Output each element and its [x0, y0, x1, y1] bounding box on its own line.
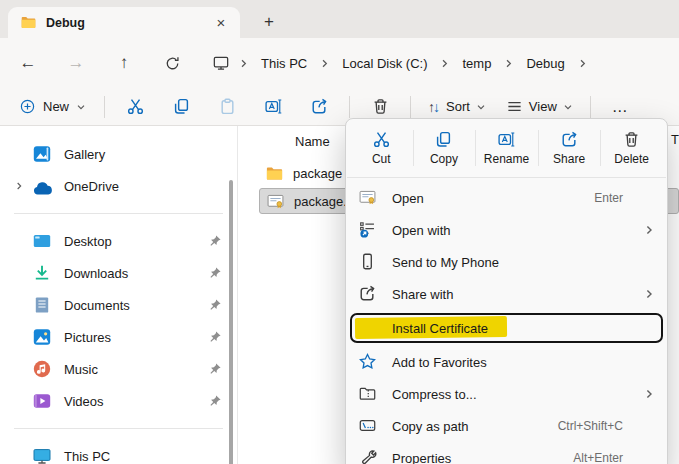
menu-item-install-certificate[interactable]: Install Certificate — [350, 313, 663, 343]
submenu-chevron-icon — [643, 388, 655, 400]
menu-cut-button[interactable]: Cut — [350, 123, 413, 173]
sidebar-separator — [14, 428, 223, 429]
tab-debug[interactable]: Debug × — [8, 7, 240, 38]
breadcrumb: This PC Local Disk (C:) temp Debug — [208, 51, 588, 76]
tab-title: Debug — [46, 16, 203, 30]
sidebar-item-gallery[interactable]: Gallery — [2, 138, 235, 170]
menu-item-open-with[interactable]: Open with — [346, 214, 667, 246]
sidebar-item-pictures[interactable]: Pictures — [2, 321, 235, 353]
share-icon — [560, 130, 579, 149]
rename-icon — [497, 130, 516, 149]
trash-icon — [622, 130, 641, 149]
menu-item-open[interactable]: Open Enter — [346, 182, 667, 214]
pin-icon — [208, 298, 223, 313]
menu-rename-button[interactable]: Rename — [475, 123, 538, 173]
new-button[interactable]: New — [8, 91, 97, 123]
shortcut-label: Enter — [594, 191, 623, 205]
sidebar-item-onedrive[interactable]: OneDrive — [2, 170, 235, 202]
sidebar-item-desktop[interactable]: Desktop — [2, 225, 235, 257]
title-bar: Debug × + — [0, 0, 679, 38]
pin-icon — [208, 362, 223, 377]
trash-icon — [371, 97, 390, 116]
copy-button[interactable] — [158, 91, 204, 123]
navigation-pane: Gallery OneDrive Desktop Downloads Docum… — [0, 126, 238, 464]
share-button[interactable] — [296, 91, 342, 123]
menu-item-send-to-phone[interactable]: Send to My Phone — [346, 246, 667, 278]
pin-icon — [208, 394, 223, 409]
quick-actions-row: Cut Copy Rename Share Delete — [346, 119, 667, 175]
breadcrumb-debug[interactable]: Debug — [518, 51, 572, 76]
copy-icon — [434, 130, 453, 149]
videos-icon — [32, 391, 52, 411]
refresh-button[interactable] — [148, 45, 196, 81]
chevron-right-icon — [439, 58, 450, 69]
folder-icon — [20, 14, 37, 31]
scissors-icon — [372, 130, 391, 149]
menu-item-share-with[interactable]: Share with — [346, 278, 667, 310]
folder-icon — [265, 164, 284, 183]
breadcrumb-temp[interactable]: temp — [454, 51, 499, 76]
column-header-name[interactable]: Name — [295, 134, 330, 149]
sidebar-item-videos[interactable]: Videos — [2, 385, 235, 417]
chevron-right-icon[interactable] — [8, 181, 30, 191]
sidebar-item-this-pc[interactable]: This PC — [2, 440, 235, 464]
onedrive-cloud-icon — [32, 176, 52, 196]
toolbar-divider — [410, 96, 411, 118]
breadcrumb-this-pc[interactable]: This PC — [253, 51, 315, 76]
menu-copy-button[interactable]: Copy — [413, 123, 476, 173]
menu-share-button[interactable]: Share — [538, 123, 601, 173]
copy-icon — [172, 97, 191, 116]
cut-button[interactable] — [112, 91, 158, 123]
submenu-chevron-icon — [643, 288, 655, 300]
tab-close-icon[interactable]: × — [212, 14, 230, 32]
documents-icon — [32, 295, 52, 315]
sidebar-item-music[interactable]: Music — [2, 353, 235, 385]
menu-item-properties[interactable]: Properties Alt+Enter — [346, 442, 667, 464]
sidebar-item-documents[interactable]: Documents — [2, 289, 235, 321]
zip-folder-icon — [358, 384, 378, 404]
breadcrumb-local-disk[interactable]: Local Disk (C:) — [334, 51, 435, 76]
path-icon — [358, 416, 378, 436]
plus-circle-icon — [19, 98, 36, 115]
sidebar-scrollbar[interactable] — [229, 180, 233, 464]
chevron-down-icon — [76, 102, 86, 112]
downloads-icon — [32, 263, 52, 283]
menu-item-add-to-favorites[interactable]: Add to Favorites — [346, 346, 667, 378]
menu-item-copy-as-path[interactable]: Copy as path Ctrl+Shift+C — [346, 410, 667, 442]
open-with-icon — [358, 220, 378, 240]
rename-icon — [264, 97, 283, 116]
clipboard-icon — [218, 97, 237, 116]
certificate-icon — [266, 192, 285, 211]
context-menu: Cut Copy Rename Share Delete O — [345, 118, 668, 464]
new-tab-button[interactable]: + — [256, 9, 282, 35]
menu-delete-button[interactable]: Delete — [600, 123, 663, 173]
shortcut-label: Alt+Enter — [573, 451, 623, 464]
up-button[interactable]: ↑ — [100, 45, 148, 81]
sidebar-item-downloads[interactable]: Downloads — [2, 257, 235, 289]
view-list-icon — [506, 98, 523, 115]
menu-item-compress-to[interactable]: Compress to... — [346, 378, 667, 410]
chevron-right-icon — [319, 58, 330, 69]
chevron-right-icon[interactable] — [577, 58, 588, 69]
more-options-button[interactable]: … — [598, 98, 643, 116]
rename-button[interactable] — [250, 91, 296, 123]
this-pc-icon[interactable] — [208, 54, 234, 72]
star-icon — [358, 352, 378, 372]
file-explorer-window: Debug × + ← → ↑ This PC Local Disk (C:) … — [0, 0, 679, 464]
back-button[interactable]: ← — [4, 45, 52, 81]
toolbar-divider — [104, 96, 105, 118]
chevron-right-icon — [503, 58, 514, 69]
toolbar-divider — [590, 96, 591, 118]
column-header-type-sliver[interactable]: T — [671, 132, 679, 147]
share-icon — [358, 284, 378, 304]
menu-items: Open Enter Open with Send to My Phone Sh… — [346, 178, 667, 464]
chevron-down-icon — [563, 102, 573, 112]
paste-button[interactable] — [204, 91, 250, 123]
forward-button[interactable]: → — [52, 45, 100, 81]
pin-icon — [208, 330, 223, 345]
scissors-icon — [126, 97, 145, 116]
share-icon — [310, 97, 329, 116]
sort-arrows-icon: ↑↓ — [428, 99, 438, 115]
this-pc-icon — [32, 446, 52, 464]
sidebar-separator — [14, 213, 223, 214]
